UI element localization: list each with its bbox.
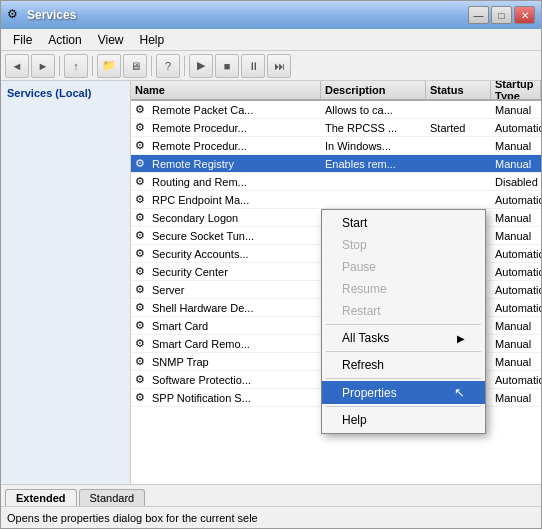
service-icon: ⚙: [135, 175, 149, 189]
row-name: ⚙Secure Socket Tun...: [131, 227, 321, 244]
row-name: ⚙Smart Card Remo...: [131, 335, 321, 352]
ctx-all-tasks[interactable]: All Tasks ▶: [322, 327, 485, 349]
ctx-resume: Resume: [322, 278, 485, 300]
table-row[interactable]: ⚙RPC Endpoint Ma... Automatic: [131, 191, 541, 209]
ctx-start[interactable]: Start: [322, 212, 485, 234]
row-startup: Manual: [491, 389, 541, 406]
row-name: ⚙Remote Procedur...: [131, 137, 321, 154]
row-startup: Automatic: [491, 281, 541, 298]
computer-button[interactable]: 🖥: [123, 54, 147, 78]
service-icon: ⚙: [135, 391, 149, 405]
row-startup: Automatic: [491, 245, 541, 262]
table-row[interactable]: ⚙Remote Procedur... The RPCSS ... Starte…: [131, 119, 541, 137]
table-row[interactable]: ⚙Routing and Rem... Disabled: [131, 173, 541, 191]
row-desc: [321, 173, 426, 190]
ctx-separator-1: [326, 324, 481, 325]
ctx-help[interactable]: Help: [322, 409, 485, 431]
row-startup: Manual: [491, 317, 541, 334]
close-button[interactable]: ✕: [514, 6, 535, 24]
forward-button[interactable]: ►: [31, 54, 55, 78]
ctx-stop: Stop: [322, 234, 485, 256]
row-startup: Manual: [491, 155, 541, 172]
row-name: ⚙Security Center: [131, 263, 321, 280]
service-icon: ⚙: [135, 283, 149, 297]
row-name: ⚙RPC Endpoint Ma...: [131, 191, 321, 208]
menu-help[interactable]: Help: [132, 31, 173, 49]
tab-standard[interactable]: Standard: [79, 489, 146, 506]
menu-action[interactable]: Action: [40, 31, 89, 49]
services-window: ⚙ Services — □ ✕ File Action View Help ◄…: [0, 0, 542, 529]
service-icon: ⚙: [135, 319, 149, 333]
service-icon: ⚙: [135, 121, 149, 135]
row-startup: Automatic: [491, 191, 541, 208]
toolbar-separator-2: [92, 56, 93, 76]
folder-button[interactable]: 📁: [97, 54, 121, 78]
tabs-bar: Extended Standard: [1, 484, 541, 506]
service-icon: ⚙: [135, 373, 149, 387]
toolbar-separator-3: [151, 56, 152, 76]
row-startup: Manual: [491, 227, 541, 244]
window-icon: ⚙: [7, 7, 23, 23]
row-startup: Automatic (D...: [491, 263, 541, 280]
title-bar-left: ⚙ Services: [7, 7, 76, 23]
service-icon: ⚙: [135, 265, 149, 279]
row-desc: In Windows...: [321, 137, 426, 154]
row-startup: Automatic: [491, 119, 541, 136]
sidebar-title: Services (Local): [5, 85, 126, 101]
row-status: [426, 173, 491, 190]
row-name: ⚙SPP Notification S...: [131, 389, 321, 406]
row-desc: [321, 191, 426, 208]
table-row[interactable]: ⚙Remote Procedur... In Windows... Manual: [131, 137, 541, 155]
menu-bar: File Action View Help: [1, 29, 541, 51]
status-bar: Opens the properties dialog box for the …: [1, 506, 541, 528]
row-name: ⚙Secondary Logon: [131, 209, 321, 226]
table-row[interactable]: ⚙Remote Packet Ca... Allows to ca... Man…: [131, 101, 541, 119]
tab-extended[interactable]: Extended: [5, 489, 77, 506]
sidebar: Services (Local): [1, 81, 131, 484]
play-button[interactable]: ▶: [189, 54, 213, 78]
row-name: ⚙Remote Procedur...: [131, 119, 321, 136]
list-header: Name Description Status Startup Type: [131, 81, 541, 101]
menu-file[interactable]: File: [5, 31, 40, 49]
table-row-selected[interactable]: ⚙Remote Registry Enables rem... Manual: [131, 155, 541, 173]
row-desc: Allows to ca...: [321, 101, 426, 118]
list-area: Name Description Status Startup Type ⚙Re…: [131, 81, 541, 484]
toolbar: ◄ ► ↑ 📁 🖥 ? ▶ ■ ⏸ ⏭: [1, 51, 541, 81]
cursor-icon: ↖: [454, 385, 465, 400]
menu-view[interactable]: View: [90, 31, 132, 49]
maximize-button[interactable]: □: [491, 6, 512, 24]
header-status[interactable]: Status: [426, 81, 491, 99]
pause-button[interactable]: ⏸: [241, 54, 265, 78]
row-name: ⚙Server: [131, 281, 321, 298]
up-button[interactable]: ↑: [64, 54, 88, 78]
service-icon: ⚙: [135, 337, 149, 351]
row-desc: Enables rem...: [321, 155, 426, 172]
row-name: ⚙Routing and Rem...: [131, 173, 321, 190]
row-status: Started: [426, 119, 491, 136]
status-text: Opens the properties dialog box for the …: [7, 512, 258, 524]
ctx-properties[interactable]: Properties ↖: [322, 381, 485, 404]
stop-button[interactable]: ■: [215, 54, 239, 78]
header-startup[interactable]: Startup Type: [491, 81, 541, 99]
row-name: ⚙Security Accounts...: [131, 245, 321, 262]
back-button[interactable]: ◄: [5, 54, 29, 78]
toolbar-separator-1: [59, 56, 60, 76]
service-icon: ⚙: [135, 355, 149, 369]
row-startup: Disabled: [491, 173, 541, 190]
row-startup: Manual: [491, 353, 541, 370]
service-icon: ⚙: [135, 193, 149, 207]
restart-button[interactable]: ⏭: [267, 54, 291, 78]
row-status: [426, 137, 491, 154]
ctx-refresh[interactable]: Refresh: [322, 354, 485, 376]
service-icon: ⚙: [135, 301, 149, 315]
header-description[interactable]: Description: [321, 81, 426, 99]
row-status: [426, 191, 491, 208]
header-name[interactable]: Name: [131, 81, 321, 99]
submenu-arrow-icon: ▶: [457, 333, 465, 344]
service-icon: ⚙: [135, 157, 149, 171]
minimize-button[interactable]: —: [468, 6, 489, 24]
service-icon: ⚙: [135, 103, 149, 117]
row-startup: Manual: [491, 101, 541, 118]
help-button[interactable]: ?: [156, 54, 180, 78]
window-title: Services: [27, 8, 76, 22]
